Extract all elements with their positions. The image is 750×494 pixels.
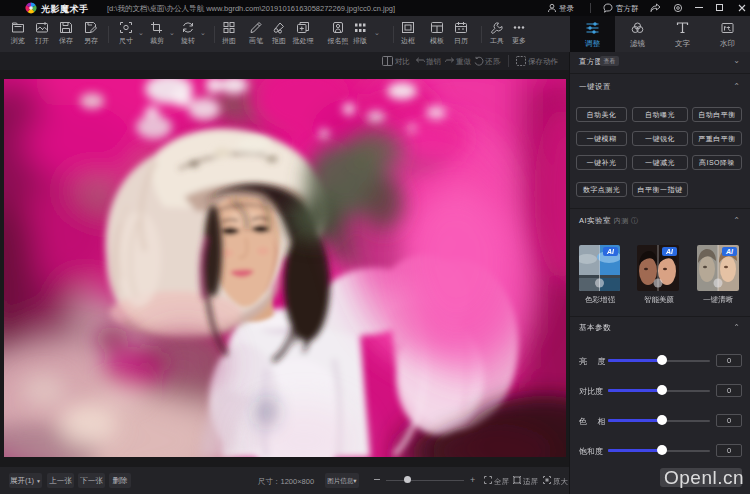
svg-text:AI: AI xyxy=(606,248,615,255)
svg-text:AI: AI xyxy=(725,248,734,255)
svg-text:AI: AI xyxy=(665,248,674,255)
